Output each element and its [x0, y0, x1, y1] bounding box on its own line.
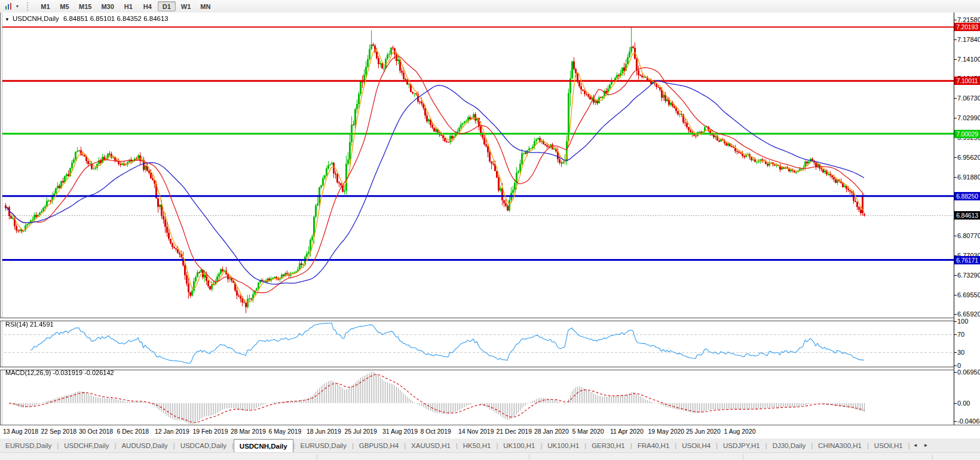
period-button-m1[interactable]: M1 — [36, 1, 54, 11]
date-label: 13 Aug 2018 — [3, 428, 38, 435]
status-divider — [743, 454, 743, 459]
period-button-m30[interactable]: M30 — [97, 1, 118, 11]
price-chart-canvas[interactable] — [0, 13, 954, 425]
chart-tabs: EURUSD,Daily|USDCHF,Daily|AUDUSD,Daily|U… — [0, 438, 980, 453]
rsi-tick: 100 — [957, 317, 968, 325]
tab-scroll-left-icon[interactable]: ◄ — [910, 438, 921, 452]
date-label: 6 May 2019 — [269, 428, 302, 435]
price-tick: 7.14100 — [957, 55, 980, 63]
tab-dj30-daily[interactable]: DJ30,Daily — [767, 438, 811, 452]
price-tick: 6.69550 — [957, 291, 980, 299]
price-level-badge: 6.76171 — [954, 256, 980, 264]
date-label: 22 Sep 2018 — [41, 428, 77, 435]
date-label: 12 Jan 2019 — [155, 428, 189, 435]
chevron-down-icon[interactable]: ▾ — [14, 4, 21, 9]
price-tick: 7.17840 — [957, 35, 980, 44]
period-button-m15[interactable]: M15 — [75, 1, 96, 11]
rsi-tick: 70 — [957, 330, 964, 339]
price-level-badge: 7.10011 — [954, 77, 980, 85]
tab-scroll-right-icon[interactable]: ► — [921, 438, 932, 452]
tab-eurusd-daily[interactable]: EURUSD,Daily — [295, 438, 352, 452]
rsi-tick: 30 — [957, 348, 964, 357]
tab-usdchf-daily[interactable]: USDCHF,Daily — [59, 438, 114, 452]
tab-china300-h1[interactable]: CHINA300,H1 — [813, 438, 867, 452]
status-divider — [317, 454, 317, 459]
macd-tick: 0.069506 — [957, 368, 980, 376]
date-label: 19 Feb 2019 — [193, 428, 228, 435]
date-label: 19 May 2020 — [648, 428, 685, 435]
chart-title: ▼USDCNH,Daily6.84851 6.85101 6.84352 6.8… — [5, 15, 169, 22]
price-tick: 7.06730 — [957, 94, 980, 102]
date-label: 5 Mar 2020 — [572, 428, 604, 435]
date-label: 18 Jun 2019 — [307, 428, 341, 435]
date-label: 11 Apr 2020 — [610, 428, 644, 435]
period-buttons: M1M5M15M30H1H4D1W1MN — [36, 1, 215, 11]
chart-window-left-border — [0, 13, 2, 425]
chart-ohlc-values: 6.84851 6.85101 6.84352 6.84613 — [63, 15, 169, 22]
status-divider — [932, 454, 933, 459]
tab-uk100-h1[interactable]: UK100,H1 — [498, 438, 540, 452]
tab-uk100-h1[interactable]: UK100,H1 — [542, 438, 584, 452]
date-label: 31 Aug 2019 — [382, 428, 418, 435]
chart-symbol-label: USDCNH,Daily — [13, 15, 59, 22]
rsi-panel-separator[interactable] — [0, 318, 954, 321]
status-bar — [0, 452, 980, 460]
price-axis[interactable]: 7.215807.178407.141007.104707.067307.029… — [954, 13, 980, 425]
tab-ger30-h1[interactable]: GER30,H1 — [586, 438, 630, 452]
rsi-label: RSI(14) 21.4591 — [5, 321, 54, 328]
tab-gbpusd-h4[interactable]: GBPUSD,H4 — [354, 438, 404, 452]
status-divider — [529, 454, 529, 459]
macd-panel-separator[interactable] — [0, 367, 954, 370]
collapse-chart-icon[interactable]: ▼ — [5, 17, 10, 22]
current-price-badge: 6.84613 — [954, 211, 980, 220]
tab-xauusd-h1[interactable]: XAUUSD,H1 — [406, 438, 456, 452]
toolbar-grip[interactable] — [27, 2, 31, 11]
tab-eurusd-daily[interactable]: EURUSD,Daily — [0, 438, 57, 452]
period-button-h4[interactable]: H4 — [139, 1, 157, 11]
macd-tick: -0.040655 — [957, 417, 980, 425]
price-level-badge: 6.88250 — [954, 192, 980, 200]
price-level-badge: 7.00029 — [954, 130, 980, 138]
time-axis[interactable]: 13 Aug 201822 Sep 201830 Oct 20186 Dec 2… — [0, 425, 980, 438]
date-label: 25 Jun 2020 — [686, 428, 721, 435]
date-label: 28 Mar 2019 — [231, 428, 266, 435]
date-label: 8 Oct 2019 — [421, 428, 451, 435]
price-tick: 6.95620 — [957, 153, 980, 162]
tab-audusd-daily[interactable]: AUDUSD,Daily — [116, 438, 173, 452]
date-label: 28 Jan 2020 — [534, 428, 569, 435]
price-level-badge: 7.20193 — [954, 23, 980, 31]
date-label: 25 Jul 2019 — [345, 428, 377, 435]
trading-terminal: ▾ M1M5M15M30H1H4D1W1MN ▼USDCNH,Daily6.84… — [0, 0, 980, 460]
date-label: 30 Oct 2018 — [79, 428, 113, 435]
period-button-m5[interactable]: M5 — [56, 1, 74, 11]
period-button-mn[interactable]: MN — [196, 1, 215, 11]
date-label: 14 Nov 2019 — [458, 428, 494, 435]
date-label: 6 Dec 2018 — [117, 428, 149, 435]
timeframe-toolbar: ▾ M1M5M15M30H1H4D1W1MN — [0, 0, 980, 13]
tab-usoil-h1[interactable]: USOil,H1 — [869, 438, 908, 452]
price-tick: 7.02990 — [957, 114, 980, 122]
tab-usdcnh-daily[interactable]: USDCNH,Daily — [234, 439, 293, 452]
macd-tick: 0.00 — [957, 399, 970, 407]
tab-hk50-h1[interactable]: HK50,H1 — [458, 438, 497, 452]
cursor-tool-glyph — [4, 2, 13, 11]
period-button-h1[interactable]: H1 — [120, 1, 137, 11]
macd-label: MACD(12,26,9) -0.031919 -0.026142 — [5, 369, 114, 376]
period-button-w1[interactable]: W1 — [177, 1, 195, 11]
cursor-tool-icon[interactable] — [3, 2, 14, 11]
price-tick: 6.73290 — [957, 271, 980, 279]
price-tick: 6.80770 — [957, 231, 980, 240]
tab-fra40-h1[interactable]: FRA40,H1 — [632, 438, 675, 452]
date-label: 1 Aug 2020 — [724, 428, 756, 435]
tab-usdjpy-h1[interactable]: USDJPY,H1 — [718, 438, 765, 452]
period-button-d1[interactable]: D1 — [158, 1, 176, 11]
tab-usdcad-daily[interactable]: USDCAD,Daily — [175, 438, 232, 452]
date-label: 21 Dec 2019 — [497, 428, 532, 435]
tab-usoil-h4[interactable]: USOil,H4 — [676, 438, 716, 452]
price-tick: 6.91880 — [957, 173, 980, 181]
